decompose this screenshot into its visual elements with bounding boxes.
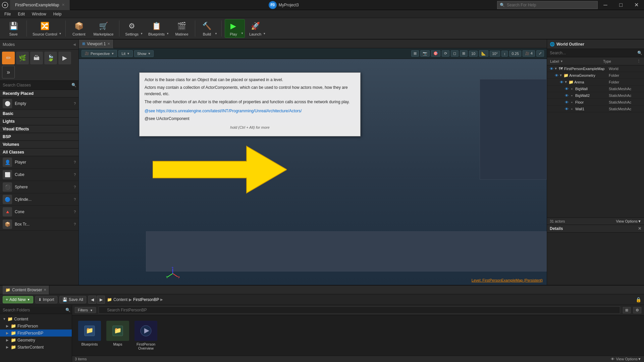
menu-edit[interactable]: Edit xyxy=(15,10,28,18)
section-lights[interactable]: Lights xyxy=(0,118,78,125)
close-button[interactable]: ✕ xyxy=(629,0,644,10)
placement-item-sphere[interactable]: ⚫ Sphere ? xyxy=(0,181,78,193)
cb-filters-button[interactable]: Filters ▼ xyxy=(75,307,96,313)
help-search-input[interactable] xyxy=(497,1,598,9)
add-new-button[interactable]: + Add New ▼ xyxy=(3,296,33,303)
cb-view-options-label[interactable]: View Options▼ xyxy=(616,357,642,361)
vp-cam-btn2[interactable]: 🎯 xyxy=(431,50,440,57)
placement-item-boxtrigger[interactable]: 📦 Box Tr... ? xyxy=(0,218,78,231)
wo-item-map[interactable]: 👁 ▼ 🗺 FirstPersonExampleMap World xyxy=(547,65,644,72)
mode-place[interactable]: ✏ xyxy=(2,52,15,64)
mode-foliage[interactable]: 🍃 xyxy=(44,52,57,64)
wo-col-label[interactable]: Label ▼ xyxy=(549,59,602,63)
folder-item-startercontent[interactable]: ▶ 📁 StarterContent xyxy=(0,344,72,351)
cb-forward-button[interactable]: ▶ xyxy=(97,296,105,304)
placement-item-cylinder[interactable]: 🔵 Cylinde... ? xyxy=(0,193,78,206)
placement-item-cube[interactable]: ⬜ Cube ? xyxy=(0,169,78,181)
section-volumes[interactable]: Volumes xyxy=(0,141,78,148)
wo-view-options[interactable]: View Options▼ xyxy=(616,219,642,223)
vp-grid-size[interactable]: 10 xyxy=(469,51,478,57)
toolbar-save[interactable]: 💾 Save xyxy=(3,19,23,38)
sphere-help[interactable]: ? xyxy=(74,185,76,189)
cb-crumb-firstpersonbp[interactable]: FirstPersonBP xyxy=(133,297,159,302)
section-all-classes[interactable]: All Classes xyxy=(0,148,78,156)
document-tab[interactable]: FirstPersonExampleMap ✕ xyxy=(10,0,70,10)
vp-angle-size[interactable]: 10° xyxy=(490,51,500,57)
cube-help[interactable]: ? xyxy=(74,173,76,177)
section-bsp[interactable]: BSP xyxy=(0,133,78,141)
folder-item-firstperson[interactable]: ▶ 📁 FirstPerson xyxy=(0,322,72,329)
vp-cam-speed[interactable]: 🎥 4 xyxy=(523,50,535,57)
menu-window[interactable]: Window xyxy=(29,10,49,18)
vp-grid-icon[interactable]: ⊞ xyxy=(411,50,419,57)
viewport-1-tab[interactable]: ⊞ Viewport 1 ✕ xyxy=(79,40,114,48)
folder-item-firstpersonbp[interactable]: ▶ 📁 FirstPersonBP xyxy=(0,329,72,337)
toolbar-settings[interactable]: ⚙ Settings ▼ xyxy=(122,19,144,38)
toolbar-play[interactable]: ▶ Play ▼ xyxy=(225,19,245,38)
wo-search-input[interactable] xyxy=(547,49,636,57)
mode-expand[interactable]: » xyxy=(2,66,15,78)
save-all-button[interactable]: 💾 Save All xyxy=(59,296,86,303)
modes-collapse[interactable]: ◀ xyxy=(73,43,76,46)
viewport-content[interactable]: Actor is the base class for an Object th… xyxy=(79,59,547,285)
minimize-button[interactable]: ─ xyxy=(598,0,613,10)
menu-help[interactable]: Help xyxy=(51,10,64,18)
vp-angle-btn[interactable]: 📐 xyxy=(479,50,488,57)
toolbar-content[interactable]: 📦 Content xyxy=(69,19,89,38)
vp-cam-btn4[interactable]: ◻ xyxy=(451,50,459,57)
cb-crumb-arrow[interactable]: ▶ xyxy=(160,298,163,301)
placement-item-empty[interactable]: ⚪ Empty ? xyxy=(0,98,78,110)
cb-folder-search-input[interactable] xyxy=(0,306,64,314)
vp-scale-btn[interactable]: ↕ xyxy=(501,51,508,57)
cb-back-button[interactable]: ◀ xyxy=(88,296,96,304)
mode-geometry[interactable]: ▶ xyxy=(58,52,71,64)
section-basic[interactable]: Basic xyxy=(0,110,78,118)
mode-paint[interactable]: 🌿 xyxy=(16,52,29,64)
cylinder-help[interactable]: ? xyxy=(74,197,76,201)
wo-item-arenaGeometry[interactable]: 👁 ▼ 📁 ArenaGeometry Folder xyxy=(547,72,644,79)
wo-item-wall1[interactable]: 👁 ▫ Wall1 StaticMeshAc xyxy=(547,106,644,112)
wo-options-btn[interactable]: ⋮ xyxy=(635,59,642,63)
cb-view-toggle[interactable]: ⊞ xyxy=(623,307,631,313)
empty-help[interactable]: ? xyxy=(74,102,76,106)
cb-tab-close[interactable]: ✕ xyxy=(44,288,46,292)
content-item-firstperson-overview[interactable]: FirstPerson Overview xyxy=(134,321,158,350)
content-browser-tab[interactable]: 📁 Content Browser ✕ xyxy=(3,286,49,294)
toolbar-blueprints[interactable]: 📋 Blueprints ▼ xyxy=(146,19,170,38)
maximize-button[interactable]: □ xyxy=(613,0,629,10)
cone-help[interactable]: ? xyxy=(74,210,76,214)
cb-crumb-content[interactable]: Content xyxy=(113,297,127,302)
placement-item-player[interactable]: 👤 Player ? xyxy=(0,156,78,169)
mode-landscape[interactable]: 🏔 xyxy=(30,52,43,64)
toolbar-source-control[interactable]: 🔀 Source Control ▼ xyxy=(30,19,62,38)
perspective-btn[interactable]: 🎥 Perspective ▼ xyxy=(82,50,117,57)
wo-item-arena[interactable]: 👁 ▼ 📁 Arena Folder xyxy=(547,79,644,85)
vp-cam-btn3[interactable]: ⟳ xyxy=(442,50,449,57)
content-item-blueprints[interactable]: 📁 Blueprints xyxy=(77,321,102,350)
section-visual-effects[interactable]: Visual Effects xyxy=(0,125,78,133)
lit-btn[interactable]: Lit ▼ xyxy=(118,50,133,57)
cb-settings-btn[interactable]: ⚙ xyxy=(633,307,641,313)
vp-maximize[interactable]: ⤢ xyxy=(536,50,544,57)
wo-item-floor[interactable]: 👁 ▫ Floor StaticMeshAc xyxy=(547,99,644,106)
details-close[interactable]: ✕ xyxy=(638,226,641,231)
cb-content-search-input[interactable] xyxy=(99,306,620,314)
toolbar-launch[interactable]: 🚀 Launch ▼ xyxy=(247,19,267,38)
placement-item-cone[interactable]: 🔺 Cone ? xyxy=(0,206,78,218)
toolbar-build[interactable]: 🔨 Build ▼ xyxy=(198,19,218,38)
vp-grid-btn[interactable]: ⊞ xyxy=(460,50,468,57)
wo-item-bigwall2[interactable]: 👁 ▫ BigWall2 StaticMeshAc xyxy=(547,92,644,99)
viewport-close[interactable]: ✕ xyxy=(107,42,110,46)
toolbar-matinee[interactable]: 🎬 Matinee xyxy=(172,19,192,38)
section-recently-placed[interactable]: Recently Placed xyxy=(0,90,78,98)
folder-item-geometry[interactable]: ▶ 📁 Geometry xyxy=(0,337,72,344)
search-classes-input[interactable] xyxy=(0,81,69,89)
show-btn[interactable]: Show ▼ xyxy=(134,50,154,57)
menu-file[interactable]: File xyxy=(2,10,13,18)
vp-cam-btn1[interactable]: 📷 xyxy=(420,50,430,57)
wo-item-bigwall[interactable]: 👁 ▫ BigWall StaticMeshAc xyxy=(547,85,644,92)
folder-item-content[interactable]: ▼ 📁 Content xyxy=(0,315,72,322)
player-help[interactable]: ? xyxy=(74,160,76,164)
toolbar-marketplace[interactable]: 🛒 Marketplace xyxy=(91,19,116,38)
cb-lock-button[interactable]: 🔒 xyxy=(636,297,641,302)
